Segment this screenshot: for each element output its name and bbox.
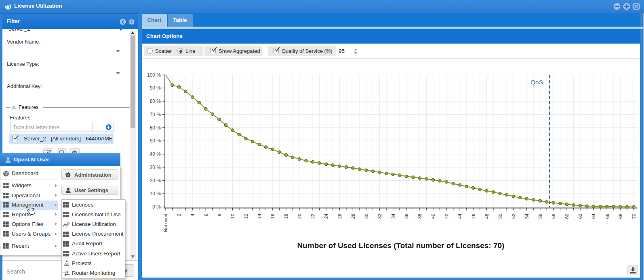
- svg-text:50: 50: [498, 214, 503, 219]
- svg-text:36: 36: [404, 214, 409, 219]
- svg-text:20 %: 20 %: [150, 178, 161, 184]
- svg-text:26: 26: [337, 214, 342, 219]
- svg-text:70 %: 70 %: [150, 112, 161, 117]
- svg-text:54: 54: [524, 213, 529, 219]
- svg-text:14: 14: [257, 213, 262, 219]
- svg-text:10 %: 10 %: [150, 191, 161, 196]
- svg-text:30: 30: [364, 214, 369, 219]
- svg-text:62: 62: [578, 214, 583, 219]
- svg-text:22: 22: [310, 214, 315, 219]
- svg-text:QoS: QoS: [530, 79, 543, 86]
- svg-text:60 %: 60 %: [150, 125, 161, 131]
- svg-text:58: 58: [551, 214, 556, 219]
- svg-text:100 %: 100 %: [147, 72, 161, 78]
- svg-text:0 %: 0 %: [152, 204, 161, 210]
- svg-text:10: 10: [230, 214, 235, 219]
- svg-text:40 %: 40 %: [150, 151, 161, 157]
- svg-text:38: 38: [417, 214, 422, 219]
- svg-text:60: 60: [564, 214, 569, 219]
- svg-text:44: 44: [457, 213, 462, 219]
- svg-text:16: 16: [270, 214, 275, 219]
- svg-text:40: 40: [431, 214, 436, 219]
- svg-text:12: 12: [244, 214, 248, 219]
- svg-text:56: 56: [538, 214, 543, 219]
- svg-text:34: 34: [391, 213, 396, 219]
- svg-text:32: 32: [377, 214, 382, 219]
- svg-text:Number of Used Licenses (Total: Number of Used Licenses (Total number of…: [297, 241, 505, 250]
- svg-text:18: 18: [284, 214, 288, 219]
- svg-text:50 %: 50 %: [150, 138, 161, 144]
- svg-text:80 %: 80 %: [150, 98, 161, 104]
- svg-text:52: 52: [511, 214, 516, 219]
- svg-text:6: 6: [204, 214, 208, 216]
- svg-text:Not used: Not used: [163, 214, 168, 232]
- svg-text:28: 28: [351, 214, 356, 219]
- svg-text:20: 20: [297, 214, 302, 219]
- svg-text:4: 4: [190, 213, 195, 216]
- svg-text:64: 64: [591, 213, 596, 219]
- svg-text:68: 68: [618, 214, 623, 219]
- svg-text:8: 8: [217, 214, 222, 216]
- svg-text:70: 70: [631, 214, 636, 219]
- svg-text:90 %: 90 %: [150, 85, 161, 91]
- svg-text:66: 66: [605, 214, 610, 219]
- svg-text:42: 42: [444, 214, 449, 219]
- svg-text:24: 24: [324, 213, 328, 219]
- svg-text:30 %: 30 %: [150, 165, 161, 170]
- svg-text:48: 48: [484, 214, 489, 219]
- svg-text:46: 46: [471, 214, 476, 219]
- svg-text:2: 2: [177, 214, 181, 216]
